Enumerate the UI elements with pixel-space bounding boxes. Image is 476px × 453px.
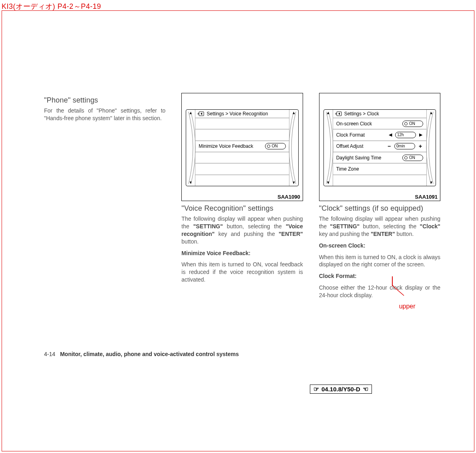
triangle-left-icon: ◀ <box>388 132 393 137</box>
menu-row <box>333 175 426 186</box>
page-number: 4-14 <box>44 351 55 357</box>
breadcrumb-text: Settings > Voice Recognition <box>207 111 268 117</box>
clock-p2: When this item is turned to ON, a clock … <box>319 254 440 269</box>
clock-p3: Choose either the 12-hour clock display … <box>319 284 440 299</box>
radio-dot-icon <box>267 145 270 148</box>
text: key and pushing the <box>215 231 279 237</box>
minus-icon: − <box>386 143 392 149</box>
text: button. <box>395 231 414 237</box>
figure-clock: ▲ ▼ <box>319 93 440 201</box>
clock-sub1: On-screen Clock: <box>319 242 440 250</box>
arc-lines-icon <box>420 110 436 186</box>
annotation-mark-icon <box>392 276 393 286</box>
header-annotation: KI3(オーディオ) P4-2～P4-19 <box>2 2 101 11</box>
pill-value: 12h <box>397 132 404 138</box>
scroll-arc-right: ▲ ▼ <box>289 110 298 186</box>
voice-p2: When this item is turned to ON, vocal fe… <box>181 261 303 284</box>
hand-left-icon: ☜ <box>363 386 368 393</box>
text-bold: "Clock" <box>420 223 440 230</box>
text-bold: "ENTER" <box>371 231 395 237</box>
text: button. <box>181 238 199 245</box>
toggle-value: ON <box>409 155 415 161</box>
page-footer: 4-14 Monitor, climate, audio, phone and … <box>44 351 239 357</box>
screen-voice: ▲ ▼ <box>186 109 298 186</box>
page: KI3(オーディオ) P4-2～P4-19 "Phone" settings F… <box>0 0 476 453</box>
arc-lines-icon <box>323 110 339 186</box>
svg-line-2 <box>392 285 404 296</box>
breadcrumb: Settings > Voice Recognition <box>195 110 289 118</box>
row-label: Minimize Voice Feedback <box>199 143 262 149</box>
figure-voice: ▲ ▼ <box>181 93 303 201</box>
text-bold: "ENTER" <box>279 231 303 237</box>
section-title: Monitor, climate, audio, phone and voice… <box>60 351 239 357</box>
menu-row-offset-adjust: Offset Adjust − 0min + <box>333 141 426 152</box>
revision-stamp: ☞ 04.10.8/Y50-D ☜ <box>310 385 372 394</box>
breadcrumb-text: Settings > Clock <box>344 111 379 117</box>
scroll-arc-left: ▲ ▼ <box>186 110 195 186</box>
menu-rows: Minimize Voice Feedback ON <box>195 118 289 186</box>
pill-value: 0min <box>396 143 405 149</box>
menu-row-minimize-voice: Minimize Voice Feedback ON <box>195 141 289 152</box>
row-label: On-screen Clock <box>336 121 400 127</box>
menu-row-clock-format: Clock Format ◀ 12h ▶ <box>333 129 426 141</box>
annotation-line-icon <box>392 285 408 301</box>
figure-code: SAA1090 <box>277 194 300 200</box>
column-voice: ▲ ▼ <box>181 93 303 303</box>
clock-p1: The following display will appear when p… <box>319 215 440 238</box>
clock-sub2: Clock Format: <box>319 272 440 280</box>
screen-main: Settings > Voice Recognition Minimize Vo… <box>195 110 289 186</box>
screen-main: Settings > Clock On-screen Clock ON Cloc… <box>333 110 426 186</box>
column-clock: ▲ ▼ <box>319 93 440 303</box>
menu-rows: On-screen Clock ON Clock Format ◀ 12h ▶ … <box>333 118 426 186</box>
menu-row <box>195 118 289 129</box>
value-pill: 12h <box>395 132 416 138</box>
text: button, selecting the <box>223 223 286 230</box>
figure-code: SAA1091 <box>415 194 438 200</box>
row-label: Offset Adjust <box>336 143 384 149</box>
menu-row <box>195 129 289 141</box>
toggle-value: ON <box>272 143 278 149</box>
breadcrumb: Settings > Clock <box>333 110 426 118</box>
voice-p1: The following display will appear when p… <box>181 215 303 246</box>
radio-dot-icon <box>404 156 408 159</box>
menu-row-timezone: Time Zone <box>333 163 426 175</box>
scroll-arc-right: ▲ ▼ <box>426 110 436 186</box>
text-bold: "SETTING" <box>330 223 360 230</box>
phone-settings-heading: "Phone" settings <box>44 96 165 105</box>
text: button, selecting the <box>360 223 420 230</box>
screen-clock: ▲ ▼ <box>323 109 436 186</box>
arc-lines-icon <box>283 110 299 186</box>
menu-row-dst: Daylight Saving Time ON <box>333 152 426 163</box>
annotation-text: upper <box>399 303 416 310</box>
scroll-arc-left: ▲ ▼ <box>324 110 333 186</box>
radio-dot-icon <box>404 122 408 125</box>
voice-sub1: Minimize Voice Feedback: <box>181 250 303 257</box>
arc-lines-icon <box>186 110 201 186</box>
toggle-value: ON <box>409 121 415 127</box>
row-label: Time Zone <box>336 166 423 172</box>
toggle-pill: ON <box>265 143 286 149</box>
menu-row <box>195 163 289 175</box>
menu-row <box>195 175 289 186</box>
menu-row <box>195 152 289 163</box>
menu-row-onscreen-clock: On-screen Clock ON <box>333 118 426 129</box>
voice-heading: "Voice Recognition" settings <box>181 204 303 213</box>
value-pill: 0min <box>394 143 415 149</box>
row-label: Daylight Saving Time <box>336 155 400 161</box>
revision-text: 04.10.8/Y50-D <box>321 386 360 393</box>
clock-heading: "Clock" settings (if so equipped) <box>319 204 440 213</box>
hand-right-icon: ☞ <box>313 386 319 393</box>
text-bold: "SETTING" <box>193 223 223 230</box>
row-label: Clock Format <box>336 132 386 138</box>
content: "Phone" settings For the details of "Pho… <box>44 93 440 303</box>
text: key and pushing the <box>319 231 371 237</box>
phone-settings-body: For the details of "Phone" settings, ref… <box>44 107 165 122</box>
column-phone: "Phone" settings For the details of "Pho… <box>44 93 165 303</box>
